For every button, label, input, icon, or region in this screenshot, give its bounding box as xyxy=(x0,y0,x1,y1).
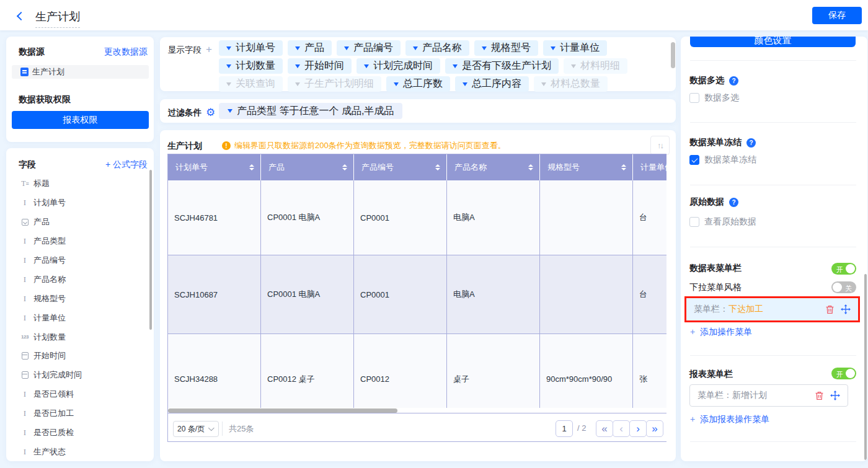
page-size-select[interactable]: 20 条/页 xyxy=(173,421,219,437)
move-icon[interactable] xyxy=(830,391,840,400)
report-menubar-toggle[interactable]: 开 xyxy=(831,368,856,379)
field-chip[interactable]: 计量单位 xyxy=(543,40,607,56)
field-item[interactable]: I生产状态 xyxy=(20,442,145,461)
sort-icon[interactable] xyxy=(249,164,254,171)
current-page-input[interactable]: 1 xyxy=(556,420,573,437)
multi-select-row[interactable]: 数据多选 xyxy=(689,92,739,104)
fields-scrollbar[interactable] xyxy=(149,170,152,330)
field-item[interactable]: I是否已加工 xyxy=(20,404,145,423)
sort-icon[interactable] xyxy=(621,164,626,171)
field-chip[interactable]: 产品 xyxy=(288,40,332,56)
table-menubar-toggle[interactable]: 开 xyxy=(831,263,856,275)
highlight-red-border: 菜单栏： 下达加工 xyxy=(684,296,860,322)
field-chip[interactable]: 计划完成时间 xyxy=(356,58,440,74)
field-item[interactable]: I规格型号 xyxy=(20,289,145,308)
field-chip[interactable]: 产品名称 xyxy=(405,40,469,56)
display-fields-scrollbar[interactable] xyxy=(671,42,675,68)
field-item[interactable]: 开始时间 xyxy=(20,347,145,366)
next-page-button[interactable]: › xyxy=(629,420,647,437)
field-chip[interactable]: 是否有下级生产计划 xyxy=(445,58,559,74)
menu-freeze-row[interactable]: 数据菜单冻结 xyxy=(689,154,756,166)
menu-item-value[interactable]: 新增计划 xyxy=(732,390,767,401)
add-action-menu-link[interactable]: +添加操作菜单 xyxy=(690,327,752,338)
help-icon[interactable]: ? xyxy=(729,76,738,86)
column-header[interactable]: 计划单号 xyxy=(168,154,261,180)
menu-bar-item[interactable]: 菜单栏： 新增计划 xyxy=(690,385,848,406)
gear-icon[interactable]: ⚙ xyxy=(206,106,215,119)
checkbox-checked[interactable] xyxy=(689,155,699,165)
field-item[interactable]: I是否已领料 xyxy=(20,385,145,404)
caret-down-icon xyxy=(364,64,369,68)
field-item[interactable]: I计量单位 xyxy=(20,308,145,327)
field-chip[interactable]: 规格型号 xyxy=(474,40,538,56)
field-chip-disabled[interactable]: 关联查询 xyxy=(219,76,283,92)
sort-order-button[interactable]: ↑↓ xyxy=(650,136,670,155)
field-chip[interactable]: 总工序数 xyxy=(386,76,450,92)
select-field-icon xyxy=(20,219,30,226)
field-chip[interactable]: 开始时间 xyxy=(288,58,352,74)
dropdown-style-toggle[interactable]: 关 xyxy=(831,281,856,293)
column-header[interactable]: 规格型号 xyxy=(540,154,633,180)
column-header[interactable]: 产品名称 xyxy=(447,154,540,180)
column-header[interactable]: 产品 xyxy=(261,154,354,180)
chevron-down-icon xyxy=(208,425,215,431)
change-datasource-link[interactable]: 更改数据源 xyxy=(104,46,148,58)
field-chip[interactable]: 计划单号 xyxy=(219,40,283,56)
field-chip-disabled[interactable]: 材料明细 xyxy=(564,58,627,74)
field-item[interactable]: I计划单号 xyxy=(20,193,145,213)
horizontal-scrollbar[interactable] xyxy=(168,408,397,413)
field-chip[interactable]: 产品编号 xyxy=(337,40,401,56)
help-icon[interactable]: ? xyxy=(746,138,756,148)
text-field-icon: I xyxy=(20,236,30,246)
field-chip-disabled[interactable]: 材料总数量 xyxy=(534,76,608,92)
caret-down-icon xyxy=(295,64,300,68)
field-item[interactable]: 产品 xyxy=(20,213,145,232)
field-chip[interactable]: 总工序内容 xyxy=(455,76,529,92)
add-formula-field-link[interactable]: + 公式字段 xyxy=(105,159,148,170)
toggle-knob xyxy=(833,283,842,292)
delete-icon[interactable] xyxy=(825,305,835,314)
delete-icon[interactable] xyxy=(815,391,824,400)
last-page-button[interactable]: » xyxy=(646,420,663,437)
field-item[interactable]: I产品类型 xyxy=(20,232,145,251)
table-row[interactable]: SCJH34288 CP0012 桌子 CP0012 桌子 90cm*90cm*… xyxy=(168,334,666,408)
caret-down-icon xyxy=(226,46,231,50)
move-icon[interactable] xyxy=(841,304,851,314)
menu-bar-item[interactable]: 菜单栏： 下达加工 xyxy=(686,298,858,320)
column-header[interactable]: 计量单位 xyxy=(633,154,666,180)
field-chip-disabled[interactable]: 子生产计划明细 xyxy=(288,76,381,92)
save-button[interactable]: 保存 xyxy=(812,7,862,24)
field-item[interactable]: I产品编号 xyxy=(20,251,145,270)
sort-icon[interactable] xyxy=(342,164,347,171)
settings-scrollbar[interactable] xyxy=(864,274,867,460)
field-item[interactable]: I产品名称 xyxy=(20,270,145,289)
table-row[interactable]: SCJH46781 CP0001 电脑A CP0001 电脑A 台 xyxy=(168,180,666,255)
field-item[interactable]: 计划完成时间 xyxy=(20,366,145,385)
field-item[interactable]: I是否已质检 xyxy=(20,423,145,443)
prev-page-button[interactable]: ‹ xyxy=(613,420,630,437)
menu-item-value[interactable]: 下达加工 xyxy=(728,304,763,315)
sort-icon[interactable] xyxy=(435,164,440,171)
help-icon[interactable]: ? xyxy=(729,198,738,207)
fields-title: 字段 xyxy=(19,159,36,170)
field-item[interactable]: 123计划数量 xyxy=(20,327,145,347)
first-page-button[interactable]: « xyxy=(596,420,613,437)
datasource-item[interactable]: 生产计划 xyxy=(12,65,149,79)
field-item[interactable]: T标题 xyxy=(20,174,145,193)
column-header[interactable]: 产品编号 xyxy=(354,154,447,180)
checkbox-unchecked[interactable] xyxy=(689,93,699,103)
color-settings-button[interactable]: 颜色设置 xyxy=(690,37,856,47)
number-field-icon: 123 xyxy=(20,334,30,340)
field-chip[interactable]: 计划数量 xyxy=(219,58,283,74)
checkbox-unchecked[interactable] xyxy=(689,217,699,227)
report-permission-button[interactable]: 报表权限 xyxy=(12,111,149,129)
filter-chip[interactable]: 产品类型 等于任意一个 成品,半成品 xyxy=(219,103,402,119)
top-header: 生产计划 保存 xyxy=(0,0,868,30)
sort-icon[interactable] xyxy=(528,164,533,171)
pagination: 20 条/页 共25条 1 / 2 « ‹ › » xyxy=(168,413,666,441)
caret-down-icon xyxy=(226,64,231,68)
add-report-menu-link[interactable]: +添加报表操作菜单 xyxy=(690,414,769,425)
raw-data-row[interactable]: 查看原始数据 xyxy=(689,216,756,227)
table-row-selected[interactable]: SCJH10687 CP0001 电脑A CP0001 电脑A 台 xyxy=(168,255,666,334)
add-display-field-icon[interactable]: + xyxy=(206,43,212,55)
